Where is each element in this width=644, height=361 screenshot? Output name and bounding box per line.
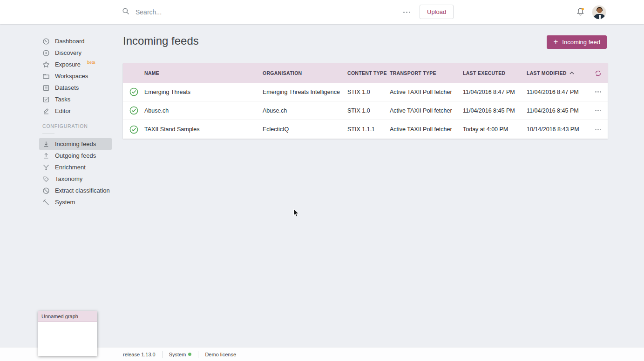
feed-status-ok xyxy=(123,87,144,96)
beta-badge: beta xyxy=(87,60,95,65)
graph-panel-body xyxy=(38,322,97,356)
feed-content-type: STIX 1.0 xyxy=(347,89,390,95)
sidebar-item-datasets[interactable]: Datasets xyxy=(39,82,112,94)
sidebar-item-label: Extract classification xyxy=(55,187,110,194)
mouse-cursor xyxy=(293,208,299,220)
table-row[interactable]: Abuse.ch Abuse.ch STIX 1.0 Active TAXII … xyxy=(123,101,608,120)
feed-last-executed: 11/04/2016 8:45 PM xyxy=(463,107,527,114)
global-search[interactable] xyxy=(122,0,285,24)
feed-organisation: EclecticIQ xyxy=(263,126,347,133)
sidebar-item-label: Workspaces xyxy=(55,73,88,80)
sidebar-item-label: Dashboard xyxy=(55,38,85,45)
add-feed-button-label: Incoming feed xyxy=(562,39,600,46)
feed-status-ok xyxy=(123,106,144,115)
sidebar-item-editor[interactable]: Editor xyxy=(39,105,112,117)
sidebar-item-label: Discovery xyxy=(55,49,81,56)
column-header-transport-type[interactable]: TRANSPORT TYPE xyxy=(390,70,463,76)
table-row[interactable]: Emerging Threats Emerging Threats Intell… xyxy=(123,83,608,101)
system-status-online-dot xyxy=(188,353,191,356)
merge-icon xyxy=(42,164,50,171)
tasks-icon xyxy=(42,96,50,103)
top-bar: Upload xyxy=(0,0,644,24)
sidebar-item-extract-classification[interactable]: Extract classification xyxy=(39,185,112,196)
sidebar-item-system[interactable]: System xyxy=(39,196,112,208)
configuration-section-label: CONFIGURATION xyxy=(39,123,112,129)
release-version: release 1.13.0 xyxy=(123,352,156,357)
star-icon xyxy=(42,61,50,68)
sidebar-item-enrichment[interactable]: Enrichment xyxy=(39,161,112,173)
plus-icon: + xyxy=(553,38,558,46)
sidebar-item-discovery[interactable]: Discovery xyxy=(39,47,112,59)
sidebar-item-taxonomy[interactable]: Taxonomy xyxy=(39,173,112,185)
row-actions-icon[interactable] xyxy=(593,88,603,95)
search-input[interactable] xyxy=(136,8,285,16)
refresh-feeds-button[interactable] xyxy=(589,70,608,77)
discovery-icon xyxy=(42,49,50,57)
sidebar-item-outgoing-feeds[interactable]: Outgoing feeds xyxy=(39,150,112,161)
notifications-bell-icon[interactable] xyxy=(576,7,585,19)
sidebar-item-label: Tasks xyxy=(55,96,70,103)
column-header-content-type[interactable]: CONTENT TYPE xyxy=(347,70,390,76)
sidebar-item-label: Outgoing feeds xyxy=(55,152,96,159)
row-actions-icon[interactable] xyxy=(593,107,603,114)
column-header-last-modified[interactable]: LAST MODIFIED xyxy=(527,70,589,76)
sidebar-item-label: System xyxy=(55,199,75,206)
feed-last-modified: 11/04/2016 8:45 PM xyxy=(527,107,589,114)
page-title: Incoming feeds xyxy=(123,34,199,47)
sidebar-item-exposure[interactable]: Exposure beta xyxy=(39,59,112,70)
feed-name: TAXII Stand Samples xyxy=(144,126,263,133)
upload-button[interactable]: Upload xyxy=(420,5,454,19)
feed-status-ok xyxy=(123,125,144,134)
graph-panel-title[interactable]: Unnamed graph xyxy=(38,311,97,322)
sidebar-item-label: Datasets xyxy=(55,84,79,91)
license-label[interactable]: Demo license xyxy=(205,352,236,357)
system-status-label[interactable]: System xyxy=(169,352,186,357)
feed-last-modified: 11/04/2016 8:47 PM xyxy=(527,89,589,95)
sidebar-item-workspaces[interactable]: Workspaces xyxy=(39,70,112,82)
feed-name: Abuse.ch xyxy=(144,107,263,114)
check-circle-icon xyxy=(129,87,138,96)
tag-icon xyxy=(42,175,50,183)
dashboard-icon xyxy=(42,38,50,45)
refresh-icon xyxy=(595,70,602,77)
feed-organisation: Abuse.ch xyxy=(263,107,347,114)
datasets-icon xyxy=(42,84,50,92)
feed-last-executed: 11/04/2016 8:47 PM xyxy=(463,89,527,95)
sidebar-item-label: Enrichment xyxy=(55,164,86,171)
search-icon xyxy=(122,7,129,17)
feed-last-modified: 10/14/2016 8:43 PM xyxy=(527,126,589,133)
sidebar-item-dashboard[interactable]: Dashboard xyxy=(39,35,112,47)
download-icon xyxy=(42,140,50,148)
feed-organisation: Emerging Threats Intelligence xyxy=(263,89,347,95)
feed-transport-type: Active TAXII Poll fetcher xyxy=(390,126,463,133)
feed-content-type: STIX 1.1.1 xyxy=(347,126,390,133)
sidebar-item-incoming-feeds[interactable]: Incoming feeds xyxy=(39,138,112,150)
unnamed-graph-panel: Unnamed graph xyxy=(38,311,97,356)
pencil-icon xyxy=(42,107,50,115)
feed-content-type: STIX 1.0 xyxy=(347,107,390,114)
footer-divider xyxy=(198,351,198,358)
column-header-organisation[interactable]: ORGANISATION xyxy=(263,70,347,76)
user-avatar[interactable] xyxy=(592,5,606,20)
wrench-icon xyxy=(42,199,50,206)
configuration-list: Incoming feeds Outgoing feeds Enrichment… xyxy=(39,138,112,208)
feed-last-executed: Today at 4:00 PM xyxy=(463,126,527,133)
feed-transport-type: Active TAXII Poll fetcher xyxy=(390,107,463,114)
table-row[interactable]: TAXII Stand Samples EclecticIQ STIX 1.1.… xyxy=(123,120,608,139)
feed-name: Emerging Threats xyxy=(144,89,263,95)
column-header-last-executed[interactable]: LAST EXECUTED xyxy=(463,70,527,76)
add-incoming-feed-button[interactable]: + Incoming feed xyxy=(547,35,607,49)
section-divider xyxy=(42,133,54,134)
sidebar-item-label: Taxonomy xyxy=(55,175,82,182)
more-menu-icon[interactable] xyxy=(403,0,410,24)
sort-asc-icon xyxy=(569,72,574,74)
sidebar-item-label: Editor xyxy=(55,107,71,114)
column-header-name[interactable]: NAME xyxy=(144,70,263,76)
block-icon xyxy=(42,187,50,194)
upload-icon xyxy=(42,152,50,160)
table-header-row: NAME ORGANISATION CONTENT TYPE TRANSPORT… xyxy=(123,63,608,83)
row-actions-icon[interactable] xyxy=(593,126,603,133)
check-circle-icon xyxy=(129,106,138,115)
sidebar-item-tasks[interactable]: Tasks xyxy=(39,94,112,105)
incoming-feeds-table: NAME ORGANISATION CONTENT TYPE TRANSPORT… xyxy=(123,63,608,139)
